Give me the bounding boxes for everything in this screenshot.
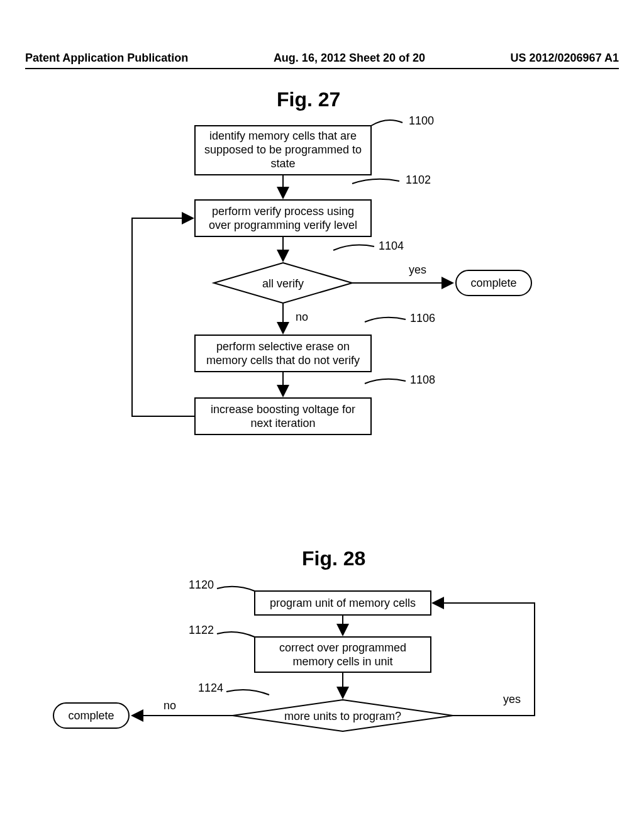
ref-1102: 1102 (406, 174, 431, 186)
fig28-title: Fig. 28 (302, 547, 365, 570)
ref-1104: 1104 (379, 240, 404, 252)
loop-back-27 (132, 218, 195, 416)
yes-label-27: yes (409, 263, 426, 276)
step-1100-line1: identify memory cells that are (209, 130, 357, 142)
step-1102-line2: over programming verify level (209, 219, 357, 231)
leader-1106 (365, 318, 406, 322)
ref-1122: 1122 (189, 624, 214, 636)
complete-28-text: complete (68, 709, 114, 722)
leader-1124 (226, 690, 269, 695)
complete-27-text: complete (470, 277, 516, 289)
step-1108-line2: next iteration (250, 417, 315, 429)
fig27-flowchart: identify memory cells that are supposed … (0, 113, 644, 490)
fig28-flowchart: program unit of memory cells 1120 correc… (0, 572, 644, 811)
step-1120-text: program unit of memory cells (270, 597, 416, 609)
ref-1120: 1120 (189, 578, 214, 591)
leader-1100 (371, 120, 402, 126)
no-label-27: no (296, 311, 308, 323)
header-rule (25, 68, 619, 69)
header-left: Patent Application Publication (25, 52, 188, 65)
no-label-28: no (164, 699, 176, 712)
step-1122-line1: correct over programmed (279, 641, 406, 654)
ref-1108: 1108 (410, 374, 435, 386)
leader-1120 (217, 587, 255, 591)
decision-1124-text: more units to program? (284, 710, 401, 722)
step-1100-line3: state (270, 157, 295, 170)
ref-1100: 1100 (409, 114, 434, 127)
step-1100-line2: supposed to be programmed to (204, 143, 362, 156)
page-header: Patent Application Publication Aug. 16, … (0, 52, 644, 65)
leader-1108 (365, 379, 406, 384)
header-center: Aug. 16, 2012 Sheet 20 of 20 (274, 52, 425, 65)
decision-1104-text: all verify (262, 277, 304, 290)
yes-label-28: yes (503, 693, 521, 706)
header-right: US 2012/0206967 A1 (511, 52, 619, 65)
leader-1104 (333, 245, 374, 250)
step-1106-line1: perform selective erase on (216, 340, 350, 353)
step-1102-line1: perform verify process using (212, 205, 354, 218)
step-1122-line2: memory cells in unit (292, 655, 392, 668)
step-1106-line2: memory cells that do not verify (206, 354, 360, 367)
leader-1122 (217, 632, 255, 637)
fig27-title: Fig. 27 (277, 88, 340, 111)
leader-1102 (352, 179, 399, 184)
ref-1106: 1106 (410, 312, 435, 324)
ref-1124: 1124 (198, 682, 223, 694)
step-1108-line1: increase boosting voltage for (211, 403, 355, 416)
